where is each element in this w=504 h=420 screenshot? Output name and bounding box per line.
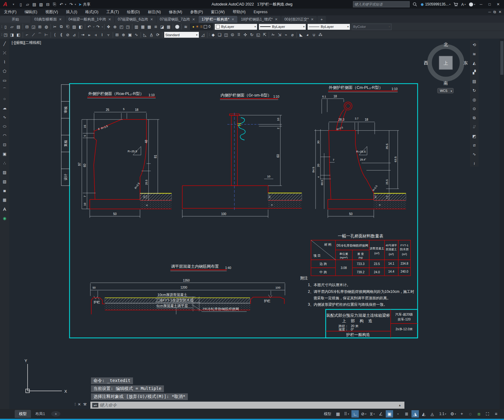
close-icon[interactable]: ✕ — [231, 16, 234, 23]
drawing-canvas[interactable]: [-][俯视][二维线框] 上 北 南 西 东 WCS ▾ 审核 复核 设计 外… — [9, 39, 504, 409]
circle-tool-icon[interactable]: ○ — [2, 96, 8, 102]
object-snap-tracking-toggle[interactable]: ∠ — [377, 410, 385, 418]
3dpublish-icon[interactable]: ◍ — [43, 24, 50, 30]
offset-icon[interactable]: ⧀ — [229, 32, 236, 38]
print-icon[interactable]: ⎘ — [51, 1, 58, 7]
close-icon[interactable]: ✕ — [311, 16, 314, 23]
orbit-icon[interactable]: ↻ — [471, 87, 478, 94]
layer-lock-icon[interactable]: ⚿ — [200, 25, 203, 29]
toolbar-grip[interactable]: ⁞⁞ — [1, 33, 2, 36]
sync-icon[interactable]: ⟲ — [471, 42, 478, 48]
undo-dropdown-icon[interactable]: ▾ — [65, 3, 67, 6]
layer-color-swatch[interactable] — [204, 25, 207, 28]
doc-minimize-button[interactable]: ─ — [488, 10, 491, 14]
plot-preview-icon[interactable]: ◲ — [30, 24, 37, 30]
plot-icon[interactable]: ⊟ — [24, 24, 30, 30]
object-snap-dropdown[interactable]: ▾ — [394, 410, 402, 418]
vertical-scrollbar[interactable] — [500, 39, 504, 409]
dim-ordinate-icon[interactable]: ⊢ — [43, 32, 50, 38]
sheetset-icon[interactable]: ⧈ — [153, 24, 159, 30]
wcs-label[interactable]: WCS — [440, 89, 448, 93]
tab-drawing-07b[interactable]: 07箱梁钢筋_7边跨✕ — [157, 16, 198, 23]
view-cube[interactable]: 上 北 南 西 东 WCS ▾ — [424, 42, 468, 93]
curve-icon[interactable]: ≀ — [471, 160, 478, 167]
break-icon[interactable]: ⌀ — [289, 32, 296, 38]
zoom-window-icon[interactable]: ◰ — [118, 24, 125, 30]
cube-north[interactable]: 北 — [444, 42, 448, 47]
cube-top-face[interactable]: 上 — [444, 60, 448, 66]
addselected-tool-icon[interactable]: ◉ — [2, 215, 8, 221]
annotate-icon[interactable]: ◭ — [471, 60, 478, 66]
measure-icon[interactable]: ⌰ — [471, 124, 478, 130]
zoom-realtime-icon[interactable]: ⊕ — [112, 24, 118, 30]
save-icon[interactable]: ▤ — [15, 24, 22, 30]
dim-inspect-icon[interactable]: ▣ — [127, 32, 133, 38]
linetype-control[interactable]: ByLayer▾ — [259, 24, 306, 30]
open-file-icon[interactable]: ▱ — [25, 1, 31, 7]
palette-icon[interactable]: ▤ — [471, 78, 478, 85]
tab-drawing-07a[interactable]: 07箱梁钢筋_6边跨✕ — [115, 16, 156, 23]
table-tool-icon[interactable]: ▦ — [2, 197, 8, 203]
grid-panel-icon[interactable]: ▞ — [471, 69, 478, 75]
dim-break-icon[interactable]: ⫟ — [105, 32, 112, 38]
tab-drawing-03[interactable]: 03典型横断面✕ — [31, 16, 65, 23]
lineweight-toggle[interactable]: ≣ — [403, 410, 410, 418]
properties-icon[interactable]: ▥ — [133, 24, 140, 30]
menu-tools[interactable]: 工具(T) — [102, 9, 123, 15]
doc-close-button[interactable]: ✕ — [498, 10, 502, 14]
sheet-icon[interactable]: ⧉ — [471, 115, 478, 121]
explode-icon[interactable]: ⁂ — [317, 32, 324, 38]
command-grip-icon[interactable]: ⁞⁞ — [74, 402, 75, 407]
spline-edit-icon[interactable]: ∿ — [471, 151, 478, 157]
clean-screen-icon[interactable]: ⛶ — [484, 410, 491, 418]
annotation-visibility-toggle[interactable]: ◮ — [411, 410, 419, 418]
new-icon[interactable]: ▯ — [2, 24, 9, 30]
copy-clip-icon[interactable]: ⧉ — [58, 24, 65, 30]
undo-icon[interactable]: ↶ — [86, 24, 93, 30]
open-icon[interactable]: ▱ — [9, 24, 15, 30]
polygon-tool-icon[interactable]: ⬠ — [2, 68, 8, 74]
dim-text-edit-icon[interactable]: A̲ — [148, 32, 155, 38]
erase-icon[interactable]: ◆ — [210, 32, 216, 38]
markup-icon[interactable]: ◪ — [159, 24, 165, 30]
polyline-tool-icon[interactable]: ⌇ — [2, 59, 8, 65]
ellipse-arc-tool-icon[interactable]: ◠ — [2, 132, 8, 139]
spell-check-icon[interactable]: ◨ — [9, 32, 15, 38]
dim-linear-icon[interactable]: ⌐ — [24, 32, 30, 38]
autocad-logo-icon[interactable]: A — [1, 1, 9, 8]
toolbar-grip[interactable]: ⁞⁞ — [209, 33, 210, 36]
close-icon[interactable]: ✕ — [108, 16, 111, 23]
ortho-mode-toggle[interactable]: ∟ — [351, 410, 359, 418]
rectangle-tool-icon[interactable]: ▭ — [2, 77, 8, 84]
menu-insert[interactable]: 插入(I) — [62, 9, 81, 15]
command-tools-icon[interactable]: ⚒ — [83, 402, 87, 407]
dim-style-control[interactable]: Standard▾ — [164, 32, 199, 38]
dim-angular-icon[interactable]: ⊿ — [71, 32, 78, 38]
dim-update-icon[interactable]: ⟳ — [155, 32, 161, 38]
steering-wheel-icon[interactable]: ◎ — [471, 96, 478, 103]
tab-drawing-18[interactable]: 18护栏钢筋1_增式*✕ — [238, 16, 281, 23]
dim-diameter-icon[interactable]: ⊘ — [65, 32, 71, 38]
menu-format[interactable]: 格式(O) — [81, 9, 102, 15]
graphics-performance-icon[interactable]: ⧈ — [475, 410, 483, 418]
annotation-scale-control[interactable]: 1:1▾ — [437, 410, 448, 418]
dim-jogged-icon[interactable]: ⟪ — [58, 32, 65, 38]
workspace-switching-icon[interactable]: ⚙▾ — [449, 410, 457, 418]
construction-line-tool-icon[interactable]: ⤫ — [2, 50, 8, 56]
section-icon[interactable]: ⧄ — [471, 142, 478, 149]
menu-modify[interactable]: 修改(M) — [165, 9, 186, 15]
publish-icon[interactable]: ⊞ — [37, 24, 43, 30]
stretch-icon[interactable]: ⇱ — [261, 32, 268, 38]
save-icon[interactable]: ▤ — [31, 1, 37, 7]
redo-icon[interactable]: ↷ — [95, 24, 101, 30]
cube-west[interactable]: 西 — [424, 60, 428, 65]
pan-icon[interactable]: ✥ — [105, 24, 112, 30]
show-motion-icon[interactable]: ⊙ — [471, 105, 478, 112]
model-tab[interactable]: 模型 — [15, 410, 31, 418]
app-store-cart-icon[interactable] — [453, 2, 458, 6]
layer-properties-icon[interactable]: ≋ — [183, 24, 189, 30]
blend-icon[interactable]: ∪ — [311, 32, 317, 38]
dim-radius-icon[interactable]: ⟨ — [52, 32, 58, 38]
logo-dropdown-icon[interactable]: ▼ — [12, 3, 15, 6]
move-icon[interactable]: ✣ — [242, 32, 248, 38]
